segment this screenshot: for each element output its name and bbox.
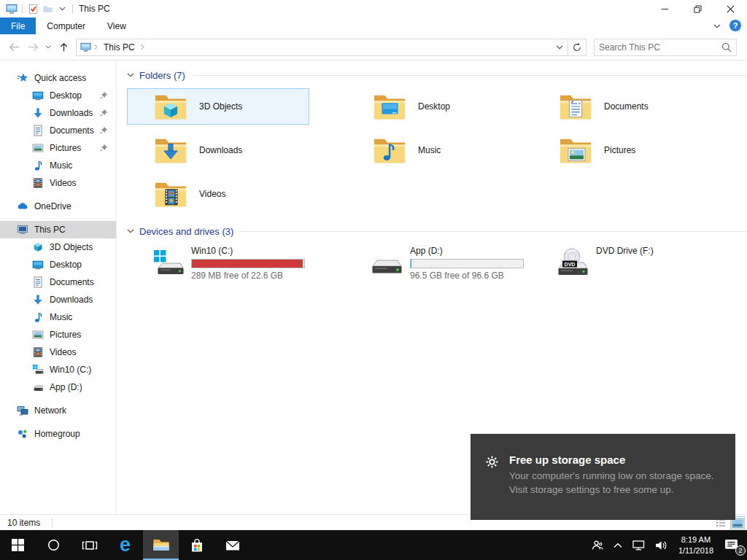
sidebar-item-win10-c[interactable]: Win10 (C:)	[0, 361, 116, 378]
folder-tile-downloads[interactable]: Downloads	[127, 132, 309, 168]
drive-name: Win10 (C:)	[191, 246, 305, 258]
qat-new-folder-button[interactable]	[40, 1, 55, 16]
mail-taskbar-button[interactable]	[214, 530, 250, 560]
cortana-search-button[interactable]	[36, 530, 71, 560]
network-tray-icon[interactable]	[627, 530, 650, 560]
folder-tile-music[interactable]: Music	[346, 132, 528, 168]
store-icon	[190, 538, 204, 553]
sidebar-item-videos[interactable]: Videos	[0, 174, 116, 192]
folder-tile-videos[interactable]: Videos	[127, 176, 309, 212]
sidebar-item-network[interactable]: Network	[0, 402, 116, 419]
sidebar-item-app-d[interactable]: App (D:)	[0, 378, 116, 396]
address-bar[interactable]: This PC	[76, 39, 568, 56]
drive-usage-bar	[410, 259, 524, 268]
hard-drive-icon	[368, 248, 406, 279]
back-button[interactable]	[4, 39, 23, 56]
forward-button[interactable]	[23, 39, 42, 56]
folder-tile-pictures[interactable]: Pictures	[532, 132, 714, 168]
pin-icon	[100, 91, 108, 99]
collapse-chevron-icon[interactable]	[127, 73, 134, 77]
sidebar-item-label: Pictures	[50, 143, 81, 153]
sidebar-item-videos-pc[interactable]: Videos	[0, 343, 116, 361]
sidebar-item-music[interactable]: Music	[0, 157, 116, 174]
close-button[interactable]	[714, 0, 747, 18]
drive-tile-app-d[interactable]: App (D:) 96.5 GB free of 96.6 GB	[346, 244, 532, 281]
edge-taskbar-button[interactable]: e	[107, 530, 143, 560]
up-button[interactable]	[54, 39, 73, 56]
pin-icon	[100, 126, 108, 134]
volume-tray-icon[interactable]	[650, 530, 673, 560]
breadcrumb-chevron-icon[interactable]	[94, 42, 98, 52]
title-bar: This PC	[0, 0, 747, 18]
search-input[interactable]	[599, 42, 721, 52]
tab-view[interactable]: View	[96, 18, 137, 34]
sidebar-item-label: 3D Objects	[50, 242, 93, 252]
help-icon[interactable]: ?	[729, 20, 741, 31]
breadcrumb-chevron-icon[interactable]	[141, 42, 144, 52]
start-button[interactable]	[0, 530, 36, 560]
group-divider	[241, 231, 747, 232]
folder-tile-3d-objects[interactable]: 3D Objects	[127, 88, 309, 125]
sidebar-item-homegroup[interactable]: Homegroup	[0, 425, 116, 443]
sidebar-item-this-pc[interactable]: This PC	[0, 221, 116, 238]
gear-icon	[486, 456, 498, 468]
sidebar-item-label: Music	[50, 160, 72, 171]
pin-icon	[100, 144, 108, 152]
file-explorer-taskbar-button[interactable]	[143, 530, 179, 560]
refresh-button[interactable]	[568, 39, 587, 56]
collapse-chevron-icon[interactable]	[127, 229, 134, 233]
recent-locations-dropdown[interactable]	[42, 39, 54, 56]
drive-name: DVD Drive (F:)	[596, 246, 654, 258]
action-center-button[interactable]: 2	[719, 530, 747, 560]
clock[interactable]: 8:19 AM 1/11/2018	[673, 530, 719, 560]
sidebar-item-label: Videos	[50, 347, 76, 357]
folder-tile-label: Desktop	[418, 101, 450, 112]
restore-button[interactable]	[681, 0, 714, 18]
sidebar-item-onedrive[interactable]: OneDrive	[0, 198, 116, 215]
breadcrumb[interactable]: This PC	[104, 42, 135, 52]
minimize-button[interactable]	[649, 0, 681, 18]
drive-free-space: 289 MB free of 22.6 GB	[191, 271, 305, 281]
folder-tile-label: 3D Objects	[199, 101, 242, 112]
sidebar-item-3d-objects[interactable]: 3D Objects	[0, 238, 116, 256]
task-view-button[interactable]	[71, 530, 107, 560]
sidebar-item-label: Desktop	[50, 260, 82, 270]
drive-usage-bar	[191, 259, 305, 268]
tab-computer[interactable]: Computer	[36, 18, 96, 34]
sidebar-item-downloads-pc[interactable]: Downloads	[0, 291, 116, 308]
store-taskbar-button[interactable]	[179, 530, 214, 560]
search-box[interactable]	[594, 39, 737, 56]
sidebar-item-desktop[interactable]: Desktop	[0, 87, 116, 104]
tab-file[interactable]: File	[0, 18, 36, 34]
expand-ribbon-icon[interactable]	[713, 20, 721, 31]
sidebar-item-documents[interactable]: Documents	[0, 122, 116, 139]
hard-drive-windows-icon	[149, 248, 187, 279]
sidebar-item-label: Documents	[50, 125, 94, 136]
group-header-devices[interactable]: Devices and drives (3)	[127, 224, 747, 238]
sidebar-item-music-pc[interactable]: Music	[0, 308, 116, 326]
file-explorer-window: This PC File Computer View ? This PC	[0, 0, 747, 560]
folder-tile-documents[interactable]: Documents	[532, 88, 714, 125]
clock-time: 8:19 AM	[681, 535, 711, 544]
notification-badge: 2	[735, 545, 746, 556]
sidebar-item-label: Network	[34, 405, 66, 416]
sidebar-item-downloads[interactable]: Downloads	[0, 104, 116, 122]
drive-tile-dvd-f[interactable]: DVD Drive (F:)	[532, 244, 747, 281]
folder-tile-label: Documents	[604, 101, 649, 112]
qat-customize-dropdown[interactable]	[55, 1, 69, 16]
sidebar-item-desktop-pc[interactable]: Desktop	[0, 256, 116, 273]
sidebar-item-pictures[interactable]: Pictures	[0, 139, 116, 157]
group-header-folders[interactable]: Folders (7)	[127, 68, 747, 82]
folder-tile-label: Music	[418, 145, 441, 155]
sidebar-item-documents-pc[interactable]: Documents	[0, 273, 116, 291]
folder-tile-desktop[interactable]: Desktop	[346, 88, 528, 125]
address-dropdown-icon[interactable]	[556, 45, 568, 50]
sidebar-item-pictures-pc[interactable]: Pictures	[0, 326, 116, 343]
sidebar-item-quick-access[interactable]: Quick access	[0, 69, 116, 87]
qat-properties-button[interactable]	[26, 1, 40, 16]
hidden-icons-chevron[interactable]	[608, 530, 627, 560]
search-icon[interactable]	[721, 42, 732, 52]
storage-toast-notification[interactable]: Free up storage space Your computer's ru…	[471, 434, 735, 520]
drive-tile-win10-c[interactable]: Win10 (C:) 289 MB free of 22.6 GB	[127, 244, 346, 281]
people-tray-button[interactable]	[586, 530, 608, 560]
